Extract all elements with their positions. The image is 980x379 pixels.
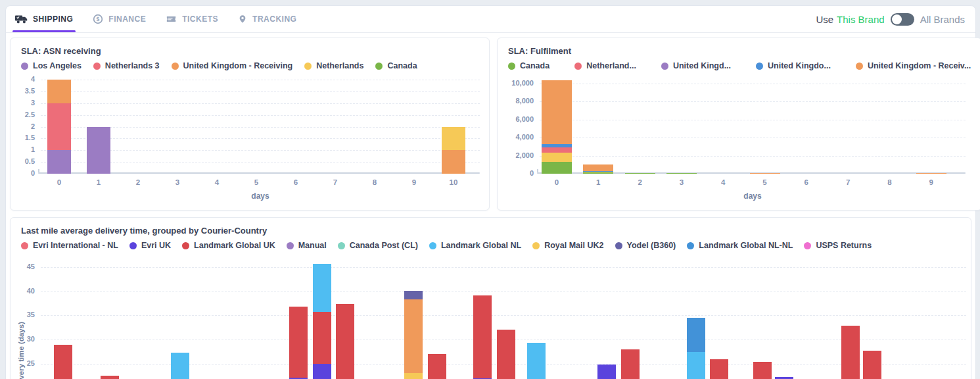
- bar-segment: [542, 147, 572, 153]
- bar-segment: [313, 312, 331, 364]
- x-tick-label: 4: [710, 178, 736, 186]
- chart-legend: Evri International - NLEvri UKLandmark G…: [21, 241, 960, 250]
- legend-item[interactable]: Evri International - NL: [21, 241, 118, 250]
- bar-segment: [666, 173, 697, 174]
- chart-card-sla-asn-receiving: SLA: ASN receiving Los AngelesNetherland…: [10, 38, 490, 211]
- legend-item[interactable]: Yodel (B360): [615, 241, 676, 250]
- gridline: [540, 156, 966, 157]
- legend-item[interactable]: Landmark Global UK: [182, 241, 275, 250]
- x-axis-title: days: [41, 191, 480, 201]
- y-tick-label: 35: [15, 311, 35, 318]
- legend-item[interactable]: USPS Returns: [804, 241, 872, 250]
- legend-item[interactable]: Canada: [508, 61, 549, 70]
- x-axis-title: days: [540, 191, 966, 201]
- legend-item[interactable]: Landmark Global NL: [429, 241, 521, 250]
- x-tick-label: 6: [283, 178, 309, 186]
- y-tick-label: 3.5: [15, 87, 35, 95]
- gridline: [41, 267, 966, 268]
- chart-plot-area: 02,0004,0006,0008,00010,0000123456789: [540, 80, 966, 174]
- bar-segment: [750, 173, 780, 174]
- gridline: [41, 80, 480, 80]
- dashboard-content: SLA: ASN receiving Los AngelesNetherland…: [6, 33, 975, 379]
- legend-label: United Kingdom - Receiv...: [868, 61, 971, 70]
- legend-item[interactable]: United Kingdo...: [756, 61, 831, 70]
- chart-title: SLA: Fulfilment: [508, 46, 971, 56]
- bar-segment: [497, 330, 515, 379]
- legend-item[interactable]: United Kingdom - Receiv...: [856, 61, 971, 70]
- bar-segment: [710, 359, 728, 379]
- legend-item[interactable]: United Kingdom - Receiving: [172, 61, 293, 70]
- bar-segment: [583, 172, 613, 174]
- legend-item[interactable]: Canada Post (CL): [338, 241, 418, 250]
- tab-tickets[interactable]: TICKETS: [166, 6, 218, 32]
- legend-dot: [338, 242, 345, 249]
- legend-label: Landmark Global UK: [194, 241, 275, 250]
- legend-label: Netherlands 3: [105, 61, 160, 70]
- legend-label: Los Angeles: [33, 61, 82, 70]
- legend-item[interactable]: Netherlands: [304, 61, 363, 70]
- legend-item[interactable]: Royal Mail UK2: [532, 241, 603, 250]
- legend-item[interactable]: Manual: [287, 241, 327, 250]
- y-tick-label: 40: [15, 287, 35, 295]
- x-tick-label: 6: [793, 178, 820, 186]
- bar-segment: [404, 299, 423, 373]
- legend-item[interactable]: Netherlands 3: [93, 61, 160, 70]
- bar-segment: [171, 353, 189, 379]
- bar-segment: [841, 326, 860, 379]
- bar-segment: [428, 354, 446, 379]
- this-brand-label[interactable]: This Brand: [837, 14, 885, 25]
- bar-segment: [625, 173, 655, 174]
- x-tick-label: 4: [204, 178, 230, 186]
- legend-item[interactable]: United Kingd...: [661, 61, 731, 70]
- chart-title: Last mile average delivery time, grouped…: [21, 226, 960, 236]
- tab-label: TICKETS: [182, 14, 218, 24]
- y-tick-label: 2: [15, 122, 35, 130]
- x-tick-label: 1: [585, 178, 611, 186]
- tab-finance[interactable]: $ FINANCE: [93, 6, 146, 32]
- tab-shipping[interactable]: SHIPPING: [15, 6, 73, 32]
- x-tick-label: 5: [243, 178, 269, 186]
- gridline: [540, 84, 966, 84]
- bar-segment: [542, 80, 572, 144]
- legend-label: United Kingdo...: [768, 61, 831, 70]
- legend-dot: [129, 242, 137, 249]
- legend-dot: [429, 242, 436, 249]
- legend-label: Evri International - NL: [33, 241, 118, 250]
- legend-dot: [615, 242, 622, 249]
- legend-item[interactable]: Evri UK: [129, 241, 171, 250]
- legend-dot: [532, 242, 540, 249]
- x-tick-label: 2: [125, 178, 151, 186]
- all-brands-label[interactable]: All Brands: [920, 14, 965, 25]
- legend-item[interactable]: Landmark Global NL-NL: [687, 241, 793, 250]
- brand-toggle-switch[interactable]: [891, 13, 914, 26]
- bar-segment: [583, 164, 613, 170]
- bar-segment: [47, 80, 71, 103]
- legend-label: Canada: [387, 61, 417, 70]
- legend-dot: [687, 242, 694, 249]
- legend-label: United Kingd...: [673, 61, 731, 70]
- legend-label: Netherlands: [316, 61, 363, 70]
- legend-item[interactable]: Netherland...: [574, 61, 636, 70]
- legend-item[interactable]: Los Angeles: [21, 61, 82, 70]
- legend-dot: [375, 63, 383, 70]
- coin-icon: $: [93, 14, 103, 24]
- main-panel: SHIPPING $ FINANCE: [5, 5, 976, 379]
- bar-segment: [87, 127, 110, 174]
- legend-dot: [182, 242, 189, 249]
- y-tick-label: 45: [15, 263, 35, 270]
- tab-bar: SHIPPING $ FINANCE: [15, 6, 296, 32]
- tab-tracking[interactable]: TRACKING: [238, 6, 296, 32]
- legend-label: Netherland...: [586, 61, 636, 70]
- chart-card-sla-fulfilment: SLA: Fulfilment CanadaNetherland...Unite…: [497, 38, 980, 211]
- legend-dot: [21, 242, 28, 249]
- y-tick-label: 0: [15, 169, 35, 177]
- bar-segment: [863, 351, 881, 379]
- y-tick-label: 4,000: [503, 133, 534, 141]
- y-tick-label: 0: [503, 169, 534, 177]
- bar-segment: [54, 345, 72, 379]
- x-tick-label: 3: [164, 178, 191, 186]
- x-tick-label: 8: [362, 178, 388, 186]
- legend-label: Canada: [520, 61, 549, 70]
- legend-item[interactable]: Canada: [375, 61, 417, 70]
- bar-segment: [313, 264, 331, 312]
